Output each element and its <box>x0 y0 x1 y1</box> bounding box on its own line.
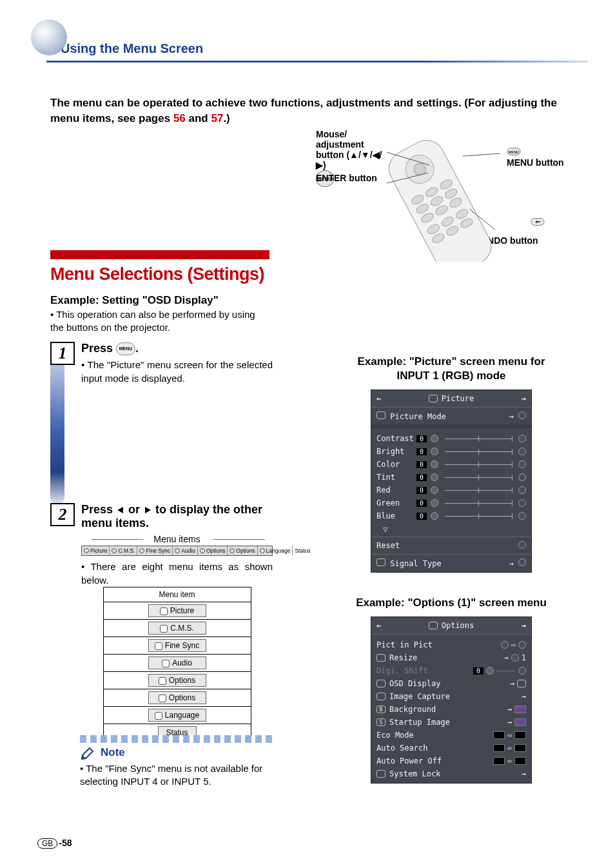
option-row: Resize→ 1 <box>376 651 526 664</box>
menu-item-icon <box>155 712 162 720</box>
option-row: OSD Display→ <box>376 677 526 690</box>
tab-picture: Picture <box>82 546 110 555</box>
tab-language: Language <box>258 546 293 555</box>
menu-item-label: Audio <box>172 658 192 667</box>
row-value: 0 <box>416 474 427 481</box>
right-arrow-icon: → <box>522 621 526 630</box>
example-sub-text: This operation can also be performed by … <box>50 309 255 333</box>
signal-icon <box>376 558 386 566</box>
right-triangle-icon <box>143 506 152 515</box>
page-link-56[interactable]: 56 <box>173 112 186 124</box>
osd-display-icon <box>376 680 386 687</box>
step-2-title: Press or to display the other menu items… <box>81 503 273 530</box>
knob-icon <box>501 641 509 649</box>
row-label: Blue <box>376 511 413 520</box>
menu-button-icon: MENU <box>116 342 135 355</box>
tab-icon <box>260 548 265 553</box>
chip-icon <box>493 731 505 739</box>
menu-item-label: C.M.S. <box>170 624 194 633</box>
step1-title-a: Press <box>81 342 116 355</box>
system-lock-icon <box>376 770 386 778</box>
row-label: Green <box>376 498 413 508</box>
section-title: Using the Menu Screen <box>61 41 203 56</box>
undo-remote-icon <box>531 216 545 228</box>
step1-title-b: . <box>135 342 139 355</box>
row-value: 0 <box>416 448 427 455</box>
option-row-disabled: Digi. Shift0 <box>376 664 526 677</box>
step2-desc-text: There are eight menu items as shown belo… <box>81 561 273 586</box>
ex1-line2: INPUT 1 (RGB) mode <box>396 370 505 382</box>
tab-icon <box>229 548 235 553</box>
tab-label: Status <box>295 547 310 554</box>
step-1-title: Press MENU. <box>81 342 273 355</box>
option-row: Pict in Pict ⇨ <box>376 638 526 651</box>
menu-item-label: Language <box>165 711 199 720</box>
step-2: 2 Press or to display the other menu ite… <box>50 503 273 742</box>
slider-track <box>445 477 512 478</box>
opt-label: Pict in Pict <box>376 640 433 649</box>
knob-icon <box>431 499 438 507</box>
header-underline <box>46 61 588 63</box>
slider-track <box>445 439 512 439</box>
options-rows: Pict in Pict ⇨ Resize→ 1 Digi. Shift0 OS… <box>371 635 531 783</box>
reset-knob-icon <box>518 541 526 549</box>
step-2-desc: • There are eight menu items as shown be… <box>81 560 273 587</box>
opt-label: Eco Mode <box>376 731 414 740</box>
knob-end-icon <box>518 460 526 468</box>
example-setting-title: Example: Setting "OSD Display" <box>50 294 219 307</box>
row-value: 0 <box>416 461 427 468</box>
note-block: Note • The "Fine Sync" menu is not avail… <box>80 735 273 789</box>
step-1-desc: • The "Picture" menu screen for the sele… <box>81 358 273 385</box>
tab-status: Status <box>293 546 312 555</box>
option-row: Auto Power Off ⇦ <box>376 755 526 767</box>
display-icon <box>517 680 526 687</box>
row-value: 0 <box>416 513 427 520</box>
background-icon: B <box>376 705 386 713</box>
slider-row: Contrast0 <box>376 432 526 445</box>
slider-track <box>445 503 512 504</box>
option-row: Image Capture→ <box>376 690 526 703</box>
knob-icon <box>431 435 438 442</box>
opt-label: Digi. Shift <box>376 666 427 675</box>
slider-row: Bright0 <box>376 445 526 458</box>
tab-options1: Options <box>198 546 228 555</box>
knob-end-icon <box>518 512 526 520</box>
picture-icon <box>429 395 438 402</box>
tab-label: Options <box>236 547 255 554</box>
example-setting-sub: • This operation can also be performed b… <box>50 308 269 335</box>
option-row: Auto Search ⇦ <box>376 742 526 755</box>
knob-icon <box>431 448 438 455</box>
picture-rows: Contrast0 Bright0 Color0 Tint0 Red0 Gree… <box>371 428 531 525</box>
intro-and: and <box>186 112 211 124</box>
note-divider <box>80 735 273 743</box>
opt-value: 0 <box>473 667 483 675</box>
menu-item-icon <box>155 642 162 650</box>
menu-items-caption: Menu items <box>81 534 273 544</box>
option-row: BBackground→ <box>376 703 526 716</box>
left-arrow-icon: ← <box>376 394 381 403</box>
mouse-line2: adjustment <box>316 139 364 150</box>
note-text-body: The "Fine Sync" menu is not available fo… <box>80 763 262 787</box>
right-arrow-icon: → <box>522 394 526 403</box>
table-row: C.M.S. <box>103 620 251 637</box>
page-link-57[interactable]: 57 <box>211 112 223 124</box>
gb-badge: GB <box>37 838 57 849</box>
example-options-title: Example: "Options (1)" screen menu <box>335 596 567 610</box>
knob-end-icon <box>518 486 526 494</box>
note-text: • The "Fine Sync" menu is not available … <box>80 762 273 789</box>
row-label: Bright <box>376 447 413 456</box>
slider-track <box>445 464 512 465</box>
chip-icon <box>514 705 526 713</box>
page-number: -58 <box>59 838 72 848</box>
mode-knob-icon <box>518 411 526 419</box>
page-footer: GB-58 <box>37 838 72 849</box>
step-1: 1 Press MENU. • The "Picture" menu scree… <box>50 342 273 385</box>
opt-label: System Lock <box>389 769 440 778</box>
tab-finesync: Fine Sync <box>137 546 173 555</box>
intro-text: The menu can be operated to achieve two … <box>50 95 576 126</box>
slider-row: Green0 <box>376 497 526 509</box>
option-row: Eco Mode ⇨ <box>376 729 526 742</box>
tab-label: Picture <box>90 547 107 554</box>
signal-type-row: Signal Type → <box>371 555 531 572</box>
table-row: Language <box>103 707 251 724</box>
